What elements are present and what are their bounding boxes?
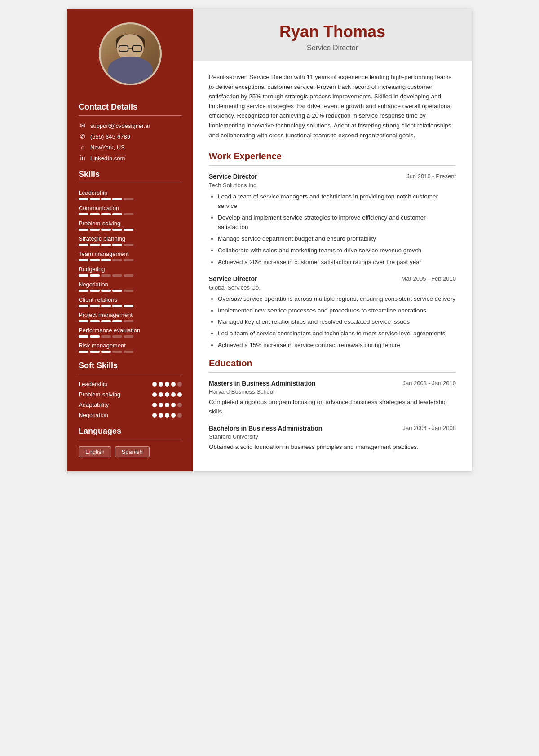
contact-item: ✉support@cvdesigner.ai xyxy=(79,122,182,129)
job-bullet: Achieved a 20% increase in customer sati… xyxy=(218,258,456,267)
sidebar: Contact Details ✉support@cvdesigner.ai✆(… xyxy=(67,9,193,471)
soft-skill-dot xyxy=(159,403,163,407)
soft-skill-dot xyxy=(165,403,169,407)
soft-skills-list: LeadershipProblem-solvingAdaptabilityNeg… xyxy=(79,381,182,418)
contact-list: ✉support@cvdesigner.ai✆(555) 345-6789⌂Ne… xyxy=(79,122,182,162)
candidate-title: Service Director xyxy=(209,44,456,52)
language-badge: English xyxy=(79,446,111,457)
skill-bar-segment xyxy=(90,244,100,246)
skill-bar-segment xyxy=(79,274,88,277)
contact-divider xyxy=(79,115,182,116)
skill-bar-segment xyxy=(124,213,133,215)
skill-name: Project management xyxy=(79,312,182,318)
contact-item: ✆(555) 345-6789 xyxy=(79,133,182,140)
skill-bar-segment xyxy=(79,229,88,231)
job-entry: Service Director Jun 2010 - Present Tech… xyxy=(209,173,456,267)
skill-bar-segment xyxy=(112,259,122,261)
job-entry: Service Director Mar 2005 - Feb 2010 Glo… xyxy=(209,275,456,351)
skill-bar-segment xyxy=(90,259,100,261)
sidebar-content: Contact Details ✉support@cvdesigner.ai✆(… xyxy=(67,94,193,457)
job-header: Service Director Mar 2005 - Feb 2010 xyxy=(209,275,456,282)
skill-bar-segment xyxy=(124,290,133,292)
skills-list: LeadershipCommunicationProblem-solvingSt… xyxy=(79,189,182,353)
skill-bar-segment xyxy=(112,305,122,307)
soft-skill-dot xyxy=(177,382,182,387)
soft-skill-dot xyxy=(159,382,163,387)
avatar xyxy=(99,22,162,85)
skill-bar-segment xyxy=(124,229,133,231)
skill-bar-segment xyxy=(101,335,111,338)
contact-item: inLinkedIn.com xyxy=(79,154,182,162)
soft-skills-divider xyxy=(79,374,182,374)
skill-item: Team management xyxy=(79,251,182,261)
skill-bar-segment xyxy=(124,259,133,261)
skill-bar-segment xyxy=(101,320,111,322)
job-title: Service Director xyxy=(209,275,257,282)
job-dates: Jun 2010 - Present xyxy=(406,173,456,180)
skill-bar-segment xyxy=(79,290,88,292)
skill-name: Client relations xyxy=(79,296,182,303)
language-badge: Spanish xyxy=(115,446,150,457)
soft-skill-dot xyxy=(177,392,182,397)
edu-description: Completed a rigorous program focusing on… xyxy=(209,398,456,417)
soft-skill-dot xyxy=(165,382,169,387)
skill-bar-segment xyxy=(112,198,122,200)
soft-skill-dot xyxy=(152,382,157,387)
skill-name: Negotiation xyxy=(79,281,182,288)
education-entry: Bachelors in Business Administration Jan… xyxy=(209,425,456,452)
soft-skill-name: Problem-solving xyxy=(79,391,120,398)
skill-bar-segment xyxy=(112,274,122,277)
soft-skill-name: Negotiation xyxy=(79,412,108,418)
skills-section-title: Skills xyxy=(79,170,182,179)
edu-dates: Jan 2008 - Jan 2010 xyxy=(402,380,456,387)
skill-bar-segment xyxy=(79,335,88,338)
job-bullet: Develop and implement service strategies… xyxy=(218,213,456,232)
job-bullet: Led a team of service coordinators and t… xyxy=(218,329,456,338)
skill-item: Problem-solving xyxy=(79,220,182,231)
skill-name: Strategic planning xyxy=(79,235,182,242)
main-body: Results-driven Service Director with 11 … xyxy=(193,61,472,471)
skill-item: Communication xyxy=(79,205,182,215)
skill-name: Team management xyxy=(79,251,182,257)
skill-bar-segment xyxy=(112,244,122,246)
skill-bar-segment xyxy=(79,198,88,200)
job-bullet: Oversaw service operations across multip… xyxy=(218,294,456,304)
work-experience-divider xyxy=(209,165,456,166)
skill-bar-segment xyxy=(101,244,111,246)
edu-school: Harvard Business School xyxy=(209,388,456,395)
contact-section-title: Contact Details xyxy=(79,102,182,112)
soft-skill-item: Problem-solving xyxy=(79,391,182,398)
skill-name: Communication xyxy=(79,205,182,211)
soft-skills-section-title: Soft Skills xyxy=(79,361,182,370)
skill-bar-segment xyxy=(124,274,133,277)
work-experience-title: Work Experience xyxy=(209,151,456,162)
skill-bar-segment xyxy=(90,351,100,353)
soft-skill-dot xyxy=(165,392,169,397)
skill-bar-segment xyxy=(90,274,100,277)
skill-bar-segment xyxy=(112,351,122,353)
skill-bar-segment xyxy=(112,320,122,322)
soft-skill-dot xyxy=(177,413,182,418)
skill-bar-segment xyxy=(101,213,111,215)
resume-container: Contact Details ✉support@cvdesigner.ai✆(… xyxy=(67,9,472,471)
contact-text: support@cvdesigner.ai xyxy=(90,123,150,129)
job-bullet: Lead a team of service managers and tech… xyxy=(218,192,456,211)
contact-icon: ⌂ xyxy=(79,144,87,151)
skill-item: Client relations xyxy=(79,296,182,307)
job-bullet: Manage service department budget and ens… xyxy=(218,234,456,244)
education-entry: Masters in Business Administration Jan 2… xyxy=(209,380,456,417)
soft-skill-dot xyxy=(165,413,169,418)
skill-bar-segment xyxy=(101,274,111,277)
contact-item: ⌂NewYork, US xyxy=(79,144,182,151)
skill-bar-segment xyxy=(112,290,122,292)
job-bullet: Collaborate with sales and marketing tea… xyxy=(218,246,456,255)
job-bullet: Achieved a 15% increase in service contr… xyxy=(218,341,456,350)
skill-bar-segment xyxy=(112,335,122,338)
skill-bar-segment xyxy=(101,198,111,200)
svg-rect-1 xyxy=(133,46,141,51)
skill-bar-segment xyxy=(112,229,122,231)
skill-bar-segment xyxy=(79,244,88,246)
skill-bar-segment xyxy=(90,213,100,215)
skill-bar-segment xyxy=(79,213,88,215)
skill-bar-segment xyxy=(101,229,111,231)
